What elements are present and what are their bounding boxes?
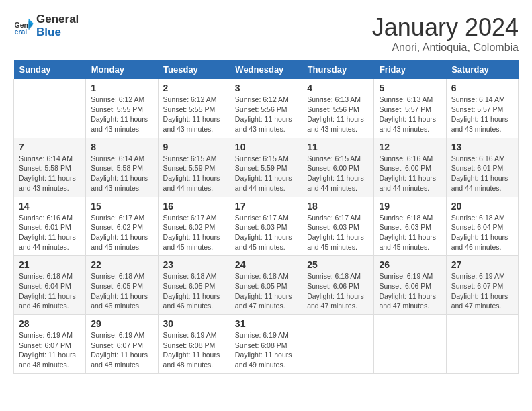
day-number: 17: [235, 201, 297, 212]
day-number: 8: [91, 142, 152, 152]
day-info: Sunrise: 6:14 AM Sunset: 5:58 PM Dayligh…: [91, 154, 152, 193]
calendar-cell: 20Sunrise: 6:18 AM Sunset: 6:04 PM Dayli…: [446, 197, 518, 256]
day-header-thursday: Thursday: [302, 60, 374, 79]
day-info: Sunrise: 6:17 AM Sunset: 6:02 PM Dayligh…: [163, 213, 225, 253]
day-info: Sunrise: 6:18 AM Sunset: 6:05 PM Dayligh…: [235, 271, 297, 311]
day-info: Sunrise: 6:16 AM Sunset: 6:00 PM Dayligh…: [379, 154, 441, 193]
calendar-cell: [374, 315, 446, 374]
logo-text-line2: Blue: [36, 26, 79, 39]
day-header-monday: Monday: [86, 60, 158, 79]
calendar-cell: 1Sunrise: 6:12 AM Sunset: 5:55 PM Daylig…: [86, 79, 158, 138]
day-header-sunday: Sunday: [14, 60, 86, 79]
day-number: 3: [235, 83, 297, 93]
calendar-week-1: 1Sunrise: 6:12 AM Sunset: 5:55 PM Daylig…: [14, 79, 519, 138]
day-number: 13: [451, 142, 513, 152]
day-number: 23: [163, 259, 225, 270]
day-number: 9: [163, 142, 225, 152]
day-header-saturday: Saturday: [446, 60, 518, 79]
calendar-cell: 4Sunrise: 6:13 AM Sunset: 5:56 PM Daylig…: [302, 79, 374, 138]
subtitle: Anori, Antioquia, Colombia: [372, 42, 519, 54]
calendar-cell: 10Sunrise: 6:15 AM Sunset: 5:59 PM Dayli…: [230, 138, 302, 197]
day-info: Sunrise: 6:15 AM Sunset: 5:59 PM Dayligh…: [235, 154, 297, 193]
day-number: 19: [379, 201, 441, 212]
calendar-cell: 13Sunrise: 6:16 AM Sunset: 6:01 PM Dayli…: [446, 138, 518, 197]
calendar-header-row: SundayMondayTuesdayWednesdayThursdayFrid…: [14, 60, 519, 79]
main-title: January 2024: [372, 13, 519, 42]
day-number: 24: [235, 259, 297, 270]
calendar-week-4: 21Sunrise: 6:18 AM Sunset: 6:04 PM Dayli…: [14, 256, 519, 315]
day-info: Sunrise: 6:18 AM Sunset: 6:06 PM Dayligh…: [307, 271, 369, 311]
calendar-cell: 22Sunrise: 6:18 AM Sunset: 6:05 PM Dayli…: [86, 256, 158, 315]
day-number: 27: [451, 259, 513, 270]
calendar-cell: 12Sunrise: 6:16 AM Sunset: 6:00 PM Dayli…: [374, 138, 446, 197]
day-number: 28: [19, 318, 81, 329]
day-number: 31: [235, 318, 297, 329]
day-number: 10: [235, 142, 297, 152]
calendar-table: SundayMondayTuesdayWednesdayThursdayFrid…: [13, 60, 519, 374]
day-header-tuesday: Tuesday: [158, 60, 230, 79]
day-info: Sunrise: 6:18 AM Sunset: 6:05 PM Dayligh…: [91, 271, 152, 311]
day-number: 1: [91, 83, 152, 93]
day-info: Sunrise: 6:18 AM Sunset: 6:04 PM Dayligh…: [451, 213, 513, 253]
day-info: Sunrise: 6:16 AM Sunset: 6:01 PM Dayligh…: [451, 154, 513, 193]
day-info: Sunrise: 6:19 AM Sunset: 6:08 PM Dayligh…: [163, 330, 225, 370]
day-number: 26: [379, 259, 441, 270]
calendar-cell: 3Sunrise: 6:12 AM Sunset: 5:56 PM Daylig…: [230, 79, 302, 138]
day-info: Sunrise: 6:12 AM Sunset: 5:55 PM Dayligh…: [91, 95, 152, 134]
calendar-cell: 26Sunrise: 6:19 AM Sunset: 6:06 PM Dayli…: [374, 256, 446, 315]
calendar-week-2: 7Sunrise: 6:14 AM Sunset: 5:58 PM Daylig…: [14, 138, 519, 197]
day-number: 18: [307, 201, 369, 212]
day-info: Sunrise: 6:15 AM Sunset: 6:00 PM Dayligh…: [307, 154, 369, 193]
logo-text-line1: General: [36, 13, 79, 26]
calendar-cell: 30Sunrise: 6:19 AM Sunset: 6:08 PM Dayli…: [158, 315, 230, 374]
day-number: 14: [19, 201, 81, 212]
calendar-cell: 23Sunrise: 6:18 AM Sunset: 6:05 PM Dayli…: [158, 256, 230, 315]
day-info: Sunrise: 6:19 AM Sunset: 6:07 PM Dayligh…: [451, 271, 513, 311]
calendar-cell: 17Sunrise: 6:17 AM Sunset: 6:03 PM Dayli…: [230, 197, 302, 256]
calendar-cell: 9Sunrise: 6:15 AM Sunset: 5:59 PM Daylig…: [158, 138, 230, 197]
calendar-cell: 7Sunrise: 6:14 AM Sunset: 5:58 PM Daylig…: [14, 138, 86, 197]
calendar-cell: 29Sunrise: 6:19 AM Sunset: 6:07 PM Dayli…: [86, 315, 158, 374]
header: Gen eral General Blue January 2024 Anori…: [13, 13, 519, 54]
day-number: 2: [163, 83, 225, 93]
day-info: Sunrise: 6:15 AM Sunset: 5:59 PM Dayligh…: [163, 154, 225, 193]
day-number: 15: [91, 201, 152, 212]
logo: Gen eral General Blue: [13, 13, 79, 38]
calendar-cell: [446, 315, 518, 374]
calendar-cell: 2Sunrise: 6:12 AM Sunset: 5:55 PM Daylig…: [158, 79, 230, 138]
day-info: Sunrise: 6:19 AM Sunset: 6:07 PM Dayligh…: [19, 330, 81, 370]
day-info: Sunrise: 6:19 AM Sunset: 6:06 PM Dayligh…: [379, 271, 441, 311]
calendar-body: 1Sunrise: 6:12 AM Sunset: 5:55 PM Daylig…: [14, 79, 519, 374]
calendar-cell: 25Sunrise: 6:18 AM Sunset: 6:06 PM Dayli…: [302, 256, 374, 315]
calendar-cell: 15Sunrise: 6:17 AM Sunset: 6:02 PM Dayli…: [86, 197, 158, 256]
calendar-cell: 16Sunrise: 6:17 AM Sunset: 6:02 PM Dayli…: [158, 197, 230, 256]
calendar-cell: 8Sunrise: 6:14 AM Sunset: 5:58 PM Daylig…: [86, 138, 158, 197]
day-info: Sunrise: 6:12 AM Sunset: 5:56 PM Dayligh…: [235, 95, 297, 134]
day-info: Sunrise: 6:14 AM Sunset: 5:57 PM Dayligh…: [451, 95, 513, 134]
day-number: 22: [91, 259, 152, 270]
day-header-friday: Friday: [374, 60, 446, 79]
logo-icon: Gen eral: [13, 16, 34, 36]
day-info: Sunrise: 6:17 AM Sunset: 6:02 PM Dayligh…: [91, 213, 152, 253]
calendar-cell: 21Sunrise: 6:18 AM Sunset: 6:04 PM Dayli…: [14, 256, 86, 315]
day-number: 7: [19, 142, 81, 152]
calendar-cell: 14Sunrise: 6:16 AM Sunset: 6:01 PM Dayli…: [14, 197, 86, 256]
day-number: 11: [307, 142, 369, 152]
day-info: Sunrise: 6:18 AM Sunset: 6:05 PM Dayligh…: [163, 271, 225, 311]
calendar-cell: [302, 315, 374, 374]
day-number: 4: [307, 83, 369, 93]
calendar-week-5: 28Sunrise: 6:19 AM Sunset: 6:07 PM Dayli…: [14, 315, 519, 374]
day-info: Sunrise: 6:18 AM Sunset: 6:04 PM Dayligh…: [19, 271, 81, 311]
calendar-cell: 19Sunrise: 6:18 AM Sunset: 6:03 PM Dayli…: [374, 197, 446, 256]
day-info: Sunrise: 6:14 AM Sunset: 5:58 PM Dayligh…: [19, 154, 81, 193]
title-section: January 2024 Anori, Antioquia, Colombia: [372, 13, 519, 54]
calendar-cell: 31Sunrise: 6:19 AM Sunset: 6:08 PM Dayli…: [230, 315, 302, 374]
calendar-cell: 28Sunrise: 6:19 AM Sunset: 6:07 PM Dayli…: [14, 315, 86, 374]
day-info: Sunrise: 6:19 AM Sunset: 6:07 PM Dayligh…: [91, 330, 152, 370]
day-info: Sunrise: 6:17 AM Sunset: 6:03 PM Dayligh…: [307, 213, 369, 253]
calendar-week-3: 14Sunrise: 6:16 AM Sunset: 6:01 PM Dayli…: [14, 197, 519, 256]
day-number: 20: [451, 201, 513, 212]
day-number: 29: [91, 318, 152, 329]
day-info: Sunrise: 6:12 AM Sunset: 5:55 PM Dayligh…: [163, 95, 225, 134]
day-info: Sunrise: 6:18 AM Sunset: 6:03 PM Dayligh…: [379, 213, 441, 253]
